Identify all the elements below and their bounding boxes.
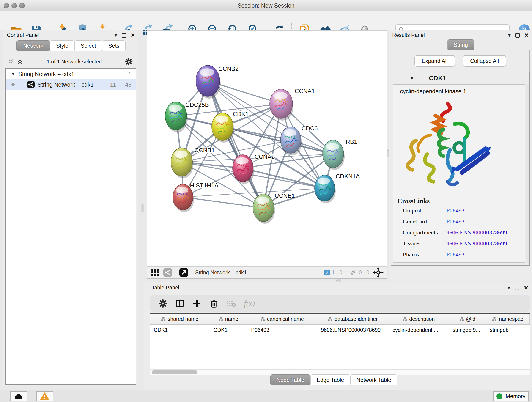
- node-label-CCNE1: CCNE1: [275, 192, 295, 199]
- hidden-eye-slash-icon: [349, 269, 357, 276]
- memory-status-dot-icon: [496, 393, 502, 399]
- network-view-title: String Network – cdk1: [195, 269, 247, 276]
- node-CCNE1[interactable]: [253, 194, 275, 224]
- table-options-gear-icon[interactable]: [158, 299, 167, 308]
- network-view-toolbar: String Network – cdk1 ✓ 1 - 0 0 - 0: [147, 266, 387, 279]
- column-header-description[interactable]: description: [389, 314, 449, 324]
- warnings-button[interactable]: [36, 391, 53, 401]
- memory-button[interactable]: Memory: [493, 391, 529, 401]
- network-graph[interactable]: CCNB2 CCNA1 CDC25B CDC6 RB1 CCNB1 CDK1 C…: [147, 31, 386, 266]
- results-entry-card: ▼ CDK1 cyclin-dependent kinase 1: [391, 72, 530, 266]
- results-tab-string[interactable]: String: [447, 39, 474, 51]
- node-label-CDC25B: CDC25B: [185, 101, 209, 108]
- node-CCNA1[interactable]: [270, 89, 293, 121]
- crosslink-link[interactable]: P06493: [446, 251, 464, 258]
- left-splitter-grip[interactable]: [141, 204, 144, 212]
- delete-column-trash-icon[interactable]: [209, 299, 218, 308]
- pan-crosshair-icon[interactable]: [373, 267, 384, 278]
- network-tree: ▼ String Network – cdk1 1 String Network…: [6, 68, 136, 385]
- open-external-icon[interactable]: [179, 268, 188, 277]
- crosslink-row: Uniprot:P06493: [403, 207, 525, 214]
- selected-checkbox-icon[interactable]: ✓: [324, 270, 330, 275]
- column-header-canonical-name[interactable]: canonical name: [247, 314, 317, 324]
- node-CCNB2[interactable]: [196, 65, 221, 99]
- edge-count: 48: [125, 81, 132, 88]
- results-panel-float-icon[interactable]: [515, 33, 520, 38]
- node-CDC6[interactable]: [280, 127, 302, 155]
- table-panel-menu-caret-icon[interactable]: ▾: [508, 285, 510, 290]
- node-CCNB1[interactable]: [171, 148, 193, 178]
- crosslink-link[interactable]: P06493: [446, 207, 464, 214]
- network-canvas[interactable]: CCNB2 CCNA1 CDC25B CDC6 RB1 CCNB1 CDK1 C…: [147, 31, 387, 266]
- tab-style[interactable]: Style: [50, 40, 75, 51]
- tab-edge-table[interactable]: Edge Table: [310, 375, 350, 385]
- tab-network-table[interactable]: Network Table: [350, 375, 398, 385]
- edge-HIST1H1A-CCNE1[interactable]: [183, 197, 264, 208]
- column-type-icon: [460, 317, 464, 321]
- network-tab-body: 1 of 1 Network selected ▼ String Network…: [5, 53, 137, 385]
- table-panel-close-icon[interactable]: ✕: [524, 285, 528, 291]
- crosslink-label: Uniprot:: [403, 207, 446, 214]
- table-cell[interactable]: stringdb:9...: [449, 325, 486, 336]
- create-column-plus-icon[interactable]: [192, 299, 201, 308]
- column-header-shared-name[interactable]: shared name: [150, 314, 210, 324]
- collapse-all-networks-icon[interactable]: [8, 59, 15, 65]
- tab-select[interactable]: Select: [75, 40, 102, 51]
- gene-entry-header[interactable]: ▼ CDK1: [391, 72, 529, 84]
- string-settings-icon[interactable]: [163, 268, 172, 277]
- node-CDK1[interactable]: [212, 113, 234, 143]
- node-label-HIST1H1A: HIST1H1A: [190, 182, 219, 189]
- table-cell[interactable]: stringdb: [486, 325, 530, 336]
- protein-structure-image: [403, 96, 495, 193]
- network-collection-row[interactable]: ▼ String Network – cdk1 1: [6, 69, 136, 79]
- results-panel-menu-caret-icon[interactable]: ▾: [508, 33, 511, 38]
- results-panel-close-icon[interactable]: ✕: [524, 32, 529, 38]
- tree-expand-icon[interactable]: ▼: [11, 72, 15, 77]
- node-CDKN1A[interactable]: [315, 175, 336, 203]
- table-row[interactable]: CDK1CDK1P064939606.ENSP00000378699cyclin…: [150, 325, 530, 336]
- network-options-gear-icon[interactable]: [125, 57, 133, 66]
- crosslink-label: Tissues:: [403, 240, 446, 247]
- window-title: Session: New Session: [0, 2, 532, 9]
- memory-label: Memory: [506, 393, 526, 400]
- column-type-icon: [328, 317, 332, 321]
- crosslink-link[interactable]: 9606.ENSP00000378699: [446, 229, 507, 236]
- expand-all-networks-icon[interactable]: [17, 59, 24, 65]
- column-type-icon: [492, 317, 496, 321]
- node-RB1[interactable]: [323, 140, 345, 170]
- column-type-icon: [403, 317, 407, 321]
- cloud-status-button[interactable]: [10, 391, 27, 401]
- crosslink-link[interactable]: P06493: [446, 218, 464, 225]
- table-cell[interactable]: cyclin-dependent ...: [389, 325, 449, 336]
- column-header-database-identifier[interactable]: database identifier: [317, 314, 389, 324]
- entry-collapse-caret-icon[interactable]: ▼: [410, 76, 414, 81]
- collapse-all-button[interactable]: Collapse All: [463, 55, 506, 67]
- tab-network[interactable]: Network: [17, 40, 50, 51]
- results-scrollbar[interactable]: [526, 84, 529, 263]
- birds-eye-grid-icon[interactable]: [151, 268, 159, 277]
- table-cell[interactable]: CDK1: [150, 325, 210, 336]
- expand-all-button[interactable]: Expand All: [414, 55, 455, 67]
- control-panel-close-icon[interactable]: ✕: [131, 32, 135, 38]
- toolbar-separator: [176, 268, 176, 277]
- crosslink-link[interactable]: 9606.ENSP00000378699: [446, 240, 507, 247]
- node-CCNA2[interactable]: [233, 155, 254, 184]
- tab-node-table[interactable]: Node Table: [270, 375, 310, 385]
- table-cell[interactable]: 9606.ENSP00000378699: [317, 325, 389, 336]
- control-panel-menu-caret-icon[interactable]: ▾: [114, 33, 117, 38]
- control-panel-title: Control Panel: [7, 32, 39, 38]
- column-header-name[interactable]: name: [210, 314, 247, 324]
- table-cell[interactable]: CDK1: [210, 325, 247, 336]
- table-cell[interactable]: P06493: [247, 325, 317, 336]
- network-row-selected[interactable]: String Network – cdk1 11 48: [6, 79, 136, 90]
- show-columns-icon[interactable]: [175, 299, 184, 308]
- table-panel-float-icon[interactable]: [515, 286, 519, 290]
- network-collection-label: String Network – cdk1: [18, 71, 128, 77]
- control-panel-tabs: Network Style Select Sets: [17, 40, 126, 51]
- tab-sets[interactable]: Sets: [102, 40, 126, 51]
- control-panel-float-icon[interactable]: [122, 33, 126, 38]
- crosslinks-title: CrossLinks: [397, 197, 525, 205]
- crosslink-row: Compartments:9606.ENSP00000378699: [403, 229, 525, 236]
- column-header--id[interactable]: @id: [449, 314, 486, 324]
- column-header-namespac[interactable]: namespac: [486, 314, 530, 324]
